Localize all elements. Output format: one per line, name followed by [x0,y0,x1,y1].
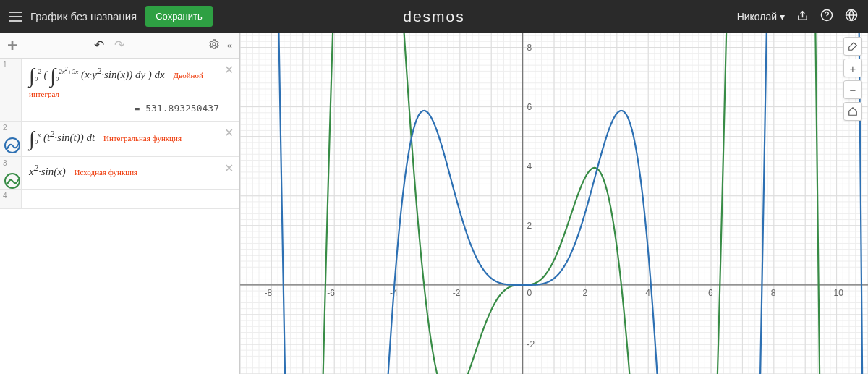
expression-index: 3 [0,157,22,189]
expression-sidebar: + ↶ ↷ « 1 ✕ ∫02 ( ∫02x2+3x (x·y2·sin(x))… [0,33,240,374]
app-header: График без названия Сохранить desmos Ник… [0,0,868,33]
expression-list: 1 ✕ ∫02 ( ∫02x2+3x (x·y2·sin(x)) dy ) dx… [0,59,239,374]
share-icon[interactable] [796,9,809,24]
sidebar-toolbar: + ↶ ↷ « [0,33,239,59]
brand-logo: desmos [403,8,465,25]
expression-index: 2 [0,122,22,156]
color-swatch-icon[interactable] [4,137,20,153]
help-icon[interactable] [820,9,833,24]
save-button[interactable]: Сохранить [145,6,213,27]
delete-expression-icon[interactable]: ✕ [224,161,234,175]
expression-math[interactable]: ∫02 ( ∫02x2+3x (x·y2·sin(x)) dy ) dx [29,69,168,80]
expression-row[interactable]: 2 ✕ ∫0x (t2·sin(t)) dt Интегральная функ… [0,122,239,157]
expression-label: Интегральная функция [103,134,182,143]
expression-row[interactable]: 3 ✕ x2·sin(x) Исходная функция [0,157,239,190]
graph-canvas[interactable] [240,33,868,374]
hamburger-menu[interactable] [0,0,30,33]
expression-row[interactable]: 1 ✕ ∫02 ( ∫02x2+3x (x·y2·sin(x)) dy ) dx… [0,59,239,122]
graph-settings-icon[interactable] [843,37,862,56]
expression-math[interactable]: ∫0x (t2·sin(t)) dt [29,132,98,143]
undo-button[interactable]: ↶ [94,38,104,53]
user-menu[interactable]: Николай ▾ [737,11,785,22]
zoom-out-button[interactable]: − [843,80,862,99]
caret-down-icon: ▾ [780,11,785,22]
expression-row[interactable]: 4 [0,190,239,209]
svg-point-2 [213,43,216,46]
delete-expression-icon[interactable]: ✕ [224,63,234,77]
home-button[interactable] [843,102,862,121]
redo-button[interactable]: ↷ [114,38,124,53]
expression-math[interactable]: x2·sin(x) [29,166,69,177]
settings-gear-icon[interactable] [208,38,220,52]
expression-result: = 531.893250437 [29,100,232,115]
expression-index: 4 [0,190,22,208]
color-swatch-icon[interactable] [4,173,20,189]
expression-index: 1 [0,59,22,121]
language-icon[interactable] [845,9,858,24]
zoom-in-button[interactable]: + [843,59,862,77]
graph-title[interactable]: График без названия [30,10,137,22]
expression-label: Исходная функция [75,168,138,177]
add-expression-button[interactable]: + [7,35,17,56]
graph-panel[interactable]: + − [240,33,868,374]
expression-math[interactable] [22,190,239,208]
collapse-sidebar-icon[interactable]: « [227,40,232,51]
delete-expression-icon[interactable]: ✕ [224,126,234,140]
